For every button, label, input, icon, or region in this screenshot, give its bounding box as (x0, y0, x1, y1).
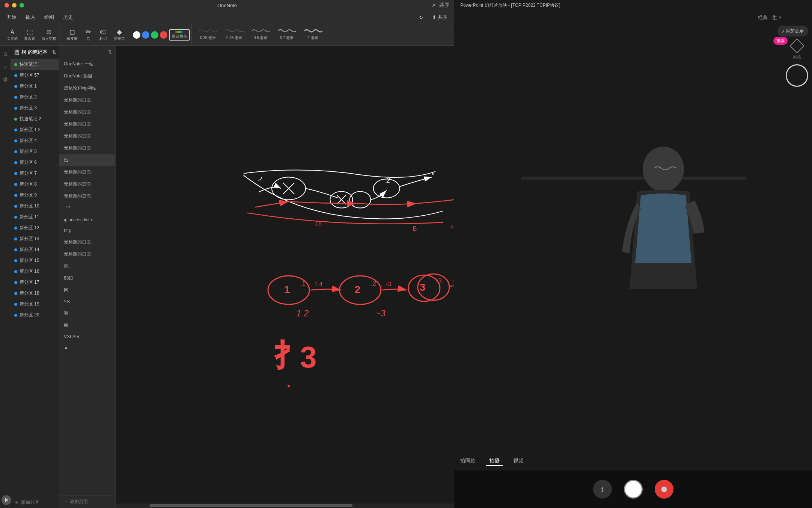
stroke-05[interactable]: 0.5 毫米 (250, 26, 271, 42)
page-ip[interactable]: ip access-list e... (59, 215, 115, 225)
color-green[interactable] (151, 31, 158, 39)
scrollbar-thumb[interactable] (149, 504, 353, 507)
eraser-btn[interactable]: ◻ 橡皮擦 (64, 27, 80, 43)
capture-btn[interactable] (624, 480, 643, 499)
section-3[interactable]: 新分区 3 (11, 103, 59, 113)
section-快速笔记[interactable]: 快速笔记 (11, 59, 59, 70)
notebook-title[interactable]: 柯 的笔记本 (21, 49, 50, 56)
page-snail[interactable]: 蜗。 (59, 260, 115, 272)
sidebar-settings-icon[interactable]: ⚙ (1, 74, 9, 85)
insert-space-btn[interactable]: ⊕ 插入空格 (39, 27, 59, 43)
text-mode-btn[interactable]: Ａ 文本式 (5, 27, 20, 43)
page-ghost[interactable]: 幽 (59, 319, 115, 331)
section-7[interactable]: 新分区 7 (11, 168, 59, 179)
share-icon[interactable]: ↗ (431, 2, 435, 8)
page-net[interactable]: 网 (59, 284, 115, 296)
page-untitled1[interactable]: 无标题的页面 (59, 94, 115, 106)
section-15[interactable]: 新分区 15 (11, 255, 59, 266)
page-untitled2[interactable]: 无标题的页面 (59, 106, 115, 118)
section-12b[interactable]: 新分区 12 (11, 222, 59, 233)
style-diamond-icon[interactable] (789, 38, 804, 53)
page-evolution[interactable]: 进化论和vip网站 (59, 82, 115, 94)
style-circle-btn[interactable] (786, 64, 808, 87)
section-13[interactable]: 新分区 13 (11, 233, 59, 244)
page-untitled6[interactable]: 无标题的页面 (59, 166, 115, 178)
section-8[interactable]: 新分区 8 (11, 179, 59, 190)
section-1[interactable]: 新分区 1 (11, 81, 59, 92)
page-quote[interactable]: 「" (59, 203, 115, 215)
page-untitled4[interactable]: 无标题的页面 (59, 130, 115, 142)
section-17[interactable]: 新分区 17 (11, 277, 59, 288)
tab-生卜[interactable]: 生卜 (772, 14, 782, 21)
minimize-button[interactable] (12, 3, 17, 8)
menu-draw[interactable]: 绘图 (41, 12, 58, 22)
page-untitled5[interactable]: 无标题的页面 (59, 142, 115, 154)
gallery-btn[interactable]: ⏺ (655, 480, 673, 499)
ink-color-btn[interactable]: 墨迹颜色 (169, 29, 190, 41)
sidebar-home-icon[interactable]: ⌂ (2, 49, 9, 59)
section-57[interactable]: 新分区 57 (11, 70, 59, 81)
add-section-btn[interactable]: ＋ 添加分区 (11, 497, 59, 508)
color-blue[interactable] (142, 31, 149, 39)
maximize-button[interactable] (20, 3, 24, 8)
page-untitled3[interactable]: 无标题的页面 (59, 118, 115, 130)
lasso-btn[interactable]: ⬚ 套索选 (22, 27, 38, 43)
color-red[interactable] (160, 31, 167, 39)
section-9[interactable]: 新分区 9 (11, 190, 59, 201)
stroke-035[interactable]: 0.35 毫米 (223, 26, 245, 42)
sidebar-search-icon[interactable]: ⌕ (2, 62, 9, 71)
marker-btn[interactable]: 🏷 标记 (96, 27, 110, 43)
section-18[interactable]: 新分区 18 (11, 288, 59, 299)
stroke-025[interactable]: 0.25 毫米 (197, 26, 219, 42)
section-kuaisu2[interactable]: 快速笔记 2 (11, 113, 59, 124)
user-avatar[interactable]: 柯 (2, 495, 11, 505)
section-11[interactable]: 新分区 11 (11, 212, 59, 222)
page-88[interactable]: 88日 (59, 272, 115, 284)
page-http[interactable]: http (59, 225, 115, 236)
section-2[interactable]: 新分区 2 (11, 92, 59, 103)
sync-btn[interactable]: ↻ (415, 13, 427, 22)
pen-btn[interactable]: ✏ 笔 (81, 27, 95, 43)
page-vxlaiv[interactable]: VXLAIV (59, 331, 115, 342)
section-12[interactable]: 新分区 1 2 (11, 124, 59, 135)
section-20[interactable]: 新分区 20 (11, 310, 59, 321)
horizontal-scrollbar[interactable] (116, 503, 454, 508)
add-page-btn[interactable]: ＋ 添加页面 (59, 495, 115, 508)
page-bi[interactable]: 匕 (59, 154, 115, 166)
add-music-button[interactable]: ♪ 添加音乐 (777, 26, 808, 36)
menu-home[interactable]: 开始 (3, 12, 20, 22)
tab-经典[interactable]: 经典 (758, 14, 768, 21)
stroke-1[interactable]: 1 毫米 (302, 26, 324, 42)
tab-同款[interactable]: 拍同款 (457, 457, 479, 466)
page-untitled10[interactable]: 无标题的页面 (59, 248, 115, 260)
color-white[interactable] (133, 31, 140, 39)
page-untitled7[interactable]: 无标题的页面 (59, 178, 115, 190)
highlighter-btn[interactable]: ◆ 荧光笔 (111, 27, 127, 43)
section-10[interactable]: 新分区 10 (11, 201, 59, 212)
share-btn[interactable]: 共享 (439, 2, 450, 9)
page-ctrlk[interactable]: ^ K (59, 296, 115, 307)
tab-视频[interactable]: 视频 (510, 457, 527, 466)
page-untitled9[interactable]: 无标题的页面 (59, 236, 115, 248)
stroke-07[interactable]: 0.7 毫米 (276, 26, 298, 42)
menu-insert[interactable]: 插入 (22, 12, 39, 22)
canvas-area[interactable]: ر 2 ε 18 B c 1 .1 (116, 46, 454, 508)
section-19[interactable]: 新分区 19 (11, 299, 59, 310)
menu-history[interactable]: 历史 (59, 12, 77, 22)
section-14[interactable]: 新分区 14 (11, 244, 59, 255)
section-4[interactable]: 新分区 4 (11, 135, 59, 146)
sort-icon[interactable]: ⇅ (52, 49, 56, 55)
pages-sort-icon[interactable]: ⇅ (108, 49, 112, 55)
tab-拍摄[interactable]: 拍摄 (486, 457, 503, 466)
page-triangle[interactable]: ▲ (59, 342, 115, 353)
share-btn-menu[interactable]: ⬆ 共享 (428, 12, 451, 22)
section-5[interactable]: 新分区 5 (11, 146, 59, 157)
page-onenote-basic[interactable]: OneNote 基础 (59, 70, 115, 82)
section-6[interactable]: 新分区 6 (11, 157, 59, 168)
section-16[interactable]: 新分区 16 (11, 266, 59, 277)
close-button[interactable] (5, 3, 9, 8)
flip-btn[interactable]: ↕ (593, 480, 612, 499)
recommend-badge[interactable]: 推荐 (773, 37, 788, 45)
page-untitled8[interactable]: 无标题的页面 (59, 190, 115, 203)
page-onenote[interactable]: OneNote: 一站... (59, 58, 115, 70)
